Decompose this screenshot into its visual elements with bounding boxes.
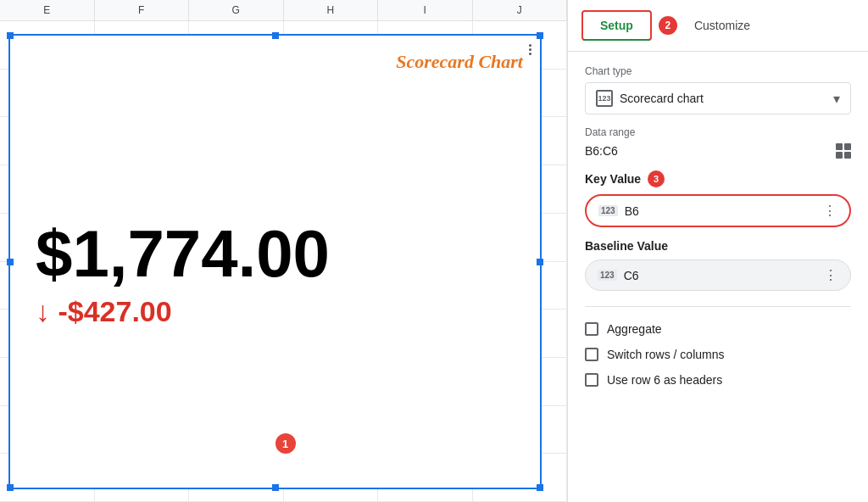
baseline-value-section: Baseline Value 123 C6 ⋮ bbox=[585, 239, 851, 291]
grid-icon-cell bbox=[844, 152, 851, 159]
col-header-f: F bbox=[95, 0, 190, 20]
key-value-badge: 3 bbox=[648, 170, 665, 187]
resize-handle-top-right[interactable] bbox=[537, 32, 543, 39]
tab-setup-button[interactable]: Setup bbox=[581, 10, 652, 41]
baseline-more-icon[interactable]: ⋮ bbox=[824, 267, 838, 283]
panel-tabs: Setup 2 Customize bbox=[568, 0, 868, 52]
baseline-label-row: Baseline Value bbox=[585, 239, 851, 253]
key-value-row[interactable]: 123 B6 ⋮ bbox=[585, 194, 851, 227]
column-headers: E F G H I J bbox=[0, 0, 567, 21]
data-range-section: Data range B6:C6 bbox=[585, 126, 851, 159]
key-value-cell-ref: B6 bbox=[625, 204, 639, 218]
use-row-label: Use row 6 as headers bbox=[607, 373, 722, 387]
resize-handle-mid-left[interactable] bbox=[7, 259, 14, 265]
resize-handle-mid-right[interactable] bbox=[537, 259, 543, 265]
chart-type-section: Chart type 123 Scorecard chart ▾ bbox=[585, 65, 851, 114]
key-value-section: Key Value 3 123 B6 ⋮ bbox=[585, 170, 851, 227]
spreadsheet-area: E F G H I J bbox=[0, 0, 568, 502]
baseline-row-left: 123 C6 bbox=[598, 269, 639, 282]
resize-handle-bot-center[interactable] bbox=[272, 484, 279, 491]
chart-container[interactable]: Scorecard Chart $1,774.00 ↓ -$427.00 1 bbox=[8, 34, 542, 489]
chart-menu-icon[interactable] bbox=[529, 44, 531, 55]
col-header-i: I bbox=[378, 0, 473, 20]
key-value-label: Key Value bbox=[585, 172, 641, 186]
chart-main-value: $1,774.00 bbox=[36, 220, 330, 287]
aggregate-checkbox-row[interactable]: Aggregate bbox=[585, 322, 851, 336]
chevron-down-icon: ▾ bbox=[833, 91, 840, 107]
col-header-j: J bbox=[473, 0, 568, 20]
chart-baseline-value: ↓ -$427.00 bbox=[36, 295, 172, 328]
data-range-row: B6:C6 bbox=[585, 143, 851, 159]
dot bbox=[529, 53, 531, 55]
baseline-cell-ref: C6 bbox=[624, 269, 639, 282]
col-header-g: G bbox=[189, 0, 284, 20]
grid-icon-cell bbox=[836, 152, 843, 159]
resize-handle-bot-right[interactable] bbox=[537, 484, 543, 491]
grid-select-icon[interactable] bbox=[836, 143, 851, 159]
resize-handle-top-center[interactable] bbox=[272, 32, 279, 39]
baseline-label: Baseline Value bbox=[585, 239, 668, 253]
panel-body: Chart type 123 Scorecard chart ▾ Data ra… bbox=[568, 52, 868, 400]
right-panel: Setup 2 Customize Chart type 123 Scoreca… bbox=[568, 0, 868, 502]
chart-type-icon: 123 bbox=[596, 90, 613, 107]
key-value-label-row: Key Value 3 bbox=[585, 170, 851, 187]
resize-handle-bot-left[interactable] bbox=[7, 484, 14, 491]
baseline-value-row[interactable]: 123 C6 ⋮ bbox=[585, 259, 851, 291]
resize-handle-top-left[interactable] bbox=[7, 32, 14, 39]
chart-type-left: 123 Scorecard chart bbox=[596, 90, 704, 107]
aggregate-label: Aggregate bbox=[607, 322, 662, 336]
dot bbox=[529, 44, 531, 47]
switch-rows-checkbox-row[interactable]: Switch rows / columns bbox=[585, 348, 851, 361]
key-value-type-icon: 123 bbox=[598, 205, 618, 216]
switch-rows-label: Switch rows / columns bbox=[607, 348, 724, 361]
chart-title: Scorecard Chart bbox=[396, 51, 523, 73]
tab-badge: 2 bbox=[659, 16, 677, 35]
data-range-value: B6:C6 bbox=[585, 144, 618, 158]
chart-type-label: Chart type bbox=[585, 65, 851, 77]
use-row-checkbox[interactable] bbox=[585, 373, 598, 387]
grid-icon-cell bbox=[836, 143, 843, 150]
dot bbox=[529, 48, 531, 51]
chart-type-dropdown[interactable]: 123 Scorecard chart ▾ bbox=[585, 82, 851, 114]
col-header-e: E bbox=[0, 0, 95, 20]
aggregate-checkbox[interactable] bbox=[585, 322, 598, 336]
switch-rows-checkbox[interactable] bbox=[585, 348, 598, 361]
spreadsheet-body: Scorecard Chart $1,774.00 ↓ -$427.00 1 bbox=[0, 21, 567, 502]
use-row-checkbox-row[interactable]: Use row 6 as headers bbox=[585, 373, 851, 387]
tab-customize-button[interactable]: Customize bbox=[684, 12, 760, 39]
grid-icon-cell bbox=[844, 143, 851, 150]
tooltip-bubble-1: 1 bbox=[275, 433, 296, 454]
data-range-label: Data range bbox=[585, 126, 851, 138]
key-value-more-icon[interactable]: ⋮ bbox=[823, 203, 837, 219]
baseline-type-icon: 123 bbox=[598, 270, 617, 281]
col-header-h: H bbox=[284, 0, 379, 20]
chart-type-name: Scorecard chart bbox=[620, 92, 704, 105]
key-value-row-left: 123 B6 bbox=[598, 204, 639, 218]
divider bbox=[585, 306, 851, 307]
